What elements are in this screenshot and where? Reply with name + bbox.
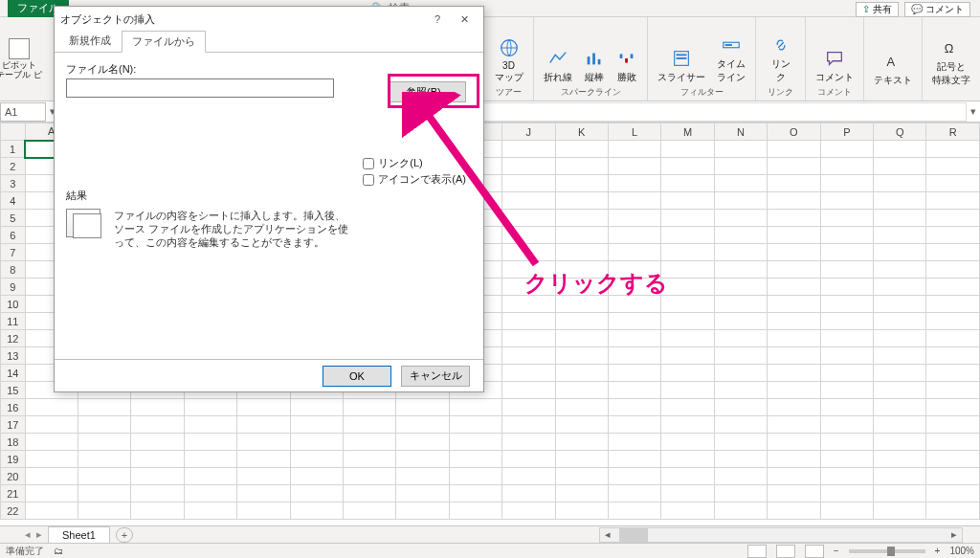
cell-P21[interactable] — [820, 485, 873, 502]
symbols-button[interactable]: Ω記号と 特殊文字 — [932, 37, 970, 87]
cell-I18[interactable] — [449, 434, 501, 451]
cell-P6[interactable] — [820, 227, 873, 244]
row-header-8[interactable]: 8 — [1, 261, 26, 279]
cell-E20[interactable] — [237, 468, 290, 485]
cell-I17[interactable] — [449, 416, 501, 434]
cell-L6[interactable] — [608, 227, 660, 244]
cell-N3[interactable] — [714, 175, 767, 192]
row-header-6[interactable]: 6 — [1, 227, 26, 244]
cell-P8[interactable] — [820, 261, 873, 279]
cell-K14[interactable] — [555, 365, 608, 382]
comment-button[interactable]: 💬 コメント — [904, 2, 970, 17]
cell-G17[interactable] — [344, 416, 396, 434]
cell-O11[interactable] — [768, 313, 820, 330]
cell-L12[interactable] — [608, 330, 660, 347]
cell-O2[interactable] — [768, 158, 820, 175]
cell-K16[interactable] — [555, 399, 608, 416]
col-header-N[interactable]: N — [714, 123, 767, 141]
cell-P4[interactable] — [820, 192, 873, 210]
row-header-9[interactable]: 9 — [1, 279, 26, 296]
cell-G16[interactable] — [344, 399, 396, 416]
cell-P7[interactable] — [820, 244, 873, 261]
cell-J18[interactable] — [502, 434, 555, 451]
cell-K11[interactable] — [555, 313, 608, 330]
cell-Q21[interactable] — [874, 485, 926, 502]
cell-M18[interactable] — [661, 434, 714, 451]
cell-O10[interactable] — [768, 296, 820, 313]
cell-Q10[interactable] — [874, 296, 926, 313]
cell-O16[interactable] — [768, 399, 820, 416]
slicer-button[interactable]: スライサー — [657, 48, 705, 84]
cell-L22[interactable] — [608, 502, 660, 520]
row-header-7[interactable]: 7 — [1, 244, 26, 261]
cell-J4[interactable] — [502, 192, 555, 210]
cell-G22[interactable] — [344, 502, 396, 520]
cell-M20[interactable] — [661, 468, 714, 485]
cell-Q17[interactable] — [874, 416, 926, 434]
cell-N11[interactable] — [714, 313, 767, 330]
sheet-nav-next[interactable]: ▸ — [36, 528, 42, 541]
row-header-12[interactable]: 12 — [1, 330, 26, 347]
cell-G18[interactable] — [344, 434, 396, 451]
cell-L15[interactable] — [608, 382, 660, 399]
cell-J14[interactable] — [502, 365, 555, 382]
col-header-K[interactable]: K — [555, 123, 608, 141]
col-header-L[interactable]: L — [608, 123, 660, 141]
cell-F20[interactable] — [290, 468, 343, 485]
cell-E18[interactable] — [237, 434, 290, 451]
cell-O9[interactable] — [768, 279, 820, 296]
cell-K22[interactable] — [555, 502, 608, 520]
cell-B22[interactable] — [78, 502, 130, 520]
cell-N8[interactable] — [714, 261, 767, 279]
cell-R5[interactable] — [926, 210, 980, 227]
row-header-17[interactable]: 17 — [1, 416, 26, 434]
cell-J6[interactable] — [502, 227, 555, 244]
cell-L18[interactable] — [608, 434, 660, 451]
cell-J15[interactable] — [502, 382, 555, 399]
cell-B21[interactable] — [78, 485, 130, 502]
cell-M15[interactable] — [661, 382, 714, 399]
display-as-icon-checkbox[interactable]: アイコンで表示(A) — [363, 172, 466, 187]
cell-Q2[interactable] — [874, 158, 926, 175]
cell-M13[interactable] — [661, 347, 714, 365]
cell-Q19[interactable] — [874, 451, 926, 468]
cell-R4[interactable] — [926, 192, 980, 210]
cell-D19[interactable] — [184, 451, 236, 468]
cell-L13[interactable] — [608, 347, 660, 365]
cell-O7[interactable] — [768, 244, 820, 261]
cell-N9[interactable] — [714, 279, 767, 296]
cell-M22[interactable] — [661, 502, 714, 520]
row-header-13[interactable]: 13 — [1, 347, 26, 365]
cell-R11[interactable] — [926, 313, 980, 330]
cell-M21[interactable] — [661, 485, 714, 502]
cell-P18[interactable] — [820, 434, 873, 451]
cell-O12[interactable] — [768, 330, 820, 347]
cell-P16[interactable] — [820, 399, 873, 416]
cell-J22[interactable] — [502, 502, 555, 520]
cell-L11[interactable] — [608, 313, 660, 330]
cell-H20[interactable] — [396, 468, 449, 485]
row-header-4[interactable]: 4 — [1, 192, 26, 210]
cell-D22[interactable] — [184, 502, 236, 520]
cell-C21[interactable] — [131, 485, 184, 502]
cell-O5[interactable] — [768, 210, 820, 227]
cell-R20[interactable] — [926, 468, 980, 485]
cell-Q12[interactable] — [874, 330, 926, 347]
cell-R12[interactable] — [926, 330, 980, 347]
cell-I16[interactable] — [449, 399, 501, 416]
cell-N20[interactable] — [714, 468, 767, 485]
row-header-15[interactable]: 15 — [1, 382, 26, 399]
cell-F22[interactable] — [290, 502, 343, 520]
cell-L17[interactable] — [608, 416, 660, 434]
sheet-tab-1[interactable]: Sheet1 — [48, 526, 110, 543]
col-header-J[interactable]: J — [502, 123, 555, 141]
row-header-16[interactable]: 16 — [1, 399, 26, 416]
cell-A18[interactable] — [25, 434, 78, 451]
cell-D20[interactable] — [184, 468, 236, 485]
cell-A19[interactable] — [25, 451, 78, 468]
cell-J11[interactable] — [502, 313, 555, 330]
cell-O14[interactable] — [768, 365, 820, 382]
cell-R17[interactable] — [926, 416, 980, 434]
cell-O6[interactable] — [768, 227, 820, 244]
col-header-R[interactable]: R — [926, 123, 980, 141]
